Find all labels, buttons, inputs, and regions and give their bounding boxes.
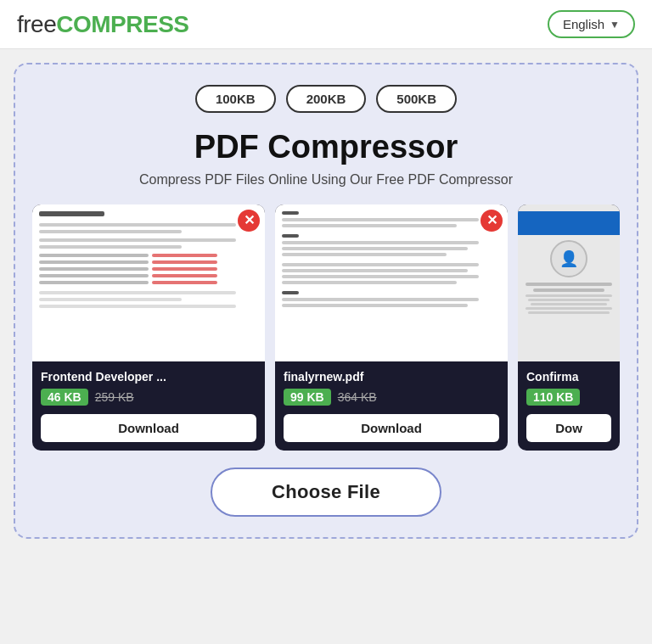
size-option-200kb[interactable]: 200KB [286,85,367,113]
logo-compress: COMPRESS [56,11,188,37]
card-1-download-button[interactable]: Download [41,414,256,442]
header: freeCOMPRESS English ▼ [0,0,652,49]
card-1-sizes: 46 KB 259 KB [41,389,256,406]
chevron-down-icon: ▼ [610,19,620,31]
card-3-sizes: 110 KB [526,389,611,406]
compress-container: 100KB 200KB 500KB PDF Compressor Compres… [14,63,638,539]
card-2-size-old: 364 KB [338,390,377,404]
card-2-filename: finalyrnew.pdf [284,370,499,384]
file-card-3: 👤 Confirma 110 KB [518,204,620,451]
language-selector[interactable]: English ▼ [548,10,635,38]
language-label: English [563,17,604,31]
card-3-preview: 👤 [518,204,620,361]
card-2-download-button[interactable]: Download [284,414,499,442]
card-2-close-button[interactable]: ✕ [481,210,503,232]
card-3-size-new: 110 KB [526,389,580,406]
card-1-filename: Frontend Developer ... [41,370,256,384]
card-1-size-old: 259 KB [95,390,134,404]
card-1-doc-preview [32,204,265,361]
page-title: PDF Compressor [32,130,620,165]
file-card-2: ✕ [275,204,508,451]
card-1-size-new: 46 KB [41,389,88,406]
logo-free: free [17,11,56,37]
main-content: 100KB 200KB 500KB PDF Compressor Compres… [0,49,652,552]
card-2-sizes: 99 KB 364 KB [284,389,499,406]
choose-file-section: Choose File [32,468,620,517]
card-1-close-button[interactable]: ✕ [238,210,260,232]
card-1-info: Frontend Developer ... 46 KB 259 KB Down… [32,361,265,451]
card-3-filename: Confirma [526,370,611,384]
choose-file-button[interactable]: Choose File [211,468,441,517]
size-option-100kb[interactable]: 100KB [195,85,276,113]
card-2-preview: ✕ [275,204,508,361]
size-options-row: 100KB 200KB 500KB [32,85,620,113]
card-3-info: Confirma 110 KB Dow [518,361,620,451]
page-subtitle: Compress PDF Files Online Using Our Free… [32,172,620,188]
card-3-download-button[interactable]: Dow [526,414,611,442]
card-2-info: finalyrnew.pdf 99 KB 364 KB Download [275,361,508,451]
card-1-preview: ✕ [32,204,265,361]
card-2-size-new: 99 KB [284,389,331,406]
card-2-doc-preview [275,204,508,361]
logo: freeCOMPRESS [17,11,189,38]
file-card-1: ✕ [32,204,265,451]
cards-row: ✕ [32,204,620,451]
size-option-500kb[interactable]: 500KB [376,85,457,113]
